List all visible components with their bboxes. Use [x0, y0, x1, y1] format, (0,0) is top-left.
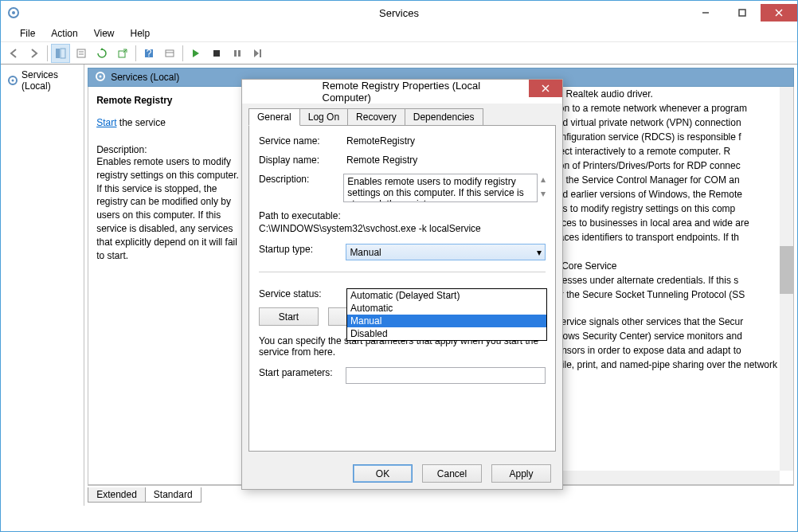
menu-file[interactable]: File [14, 26, 41, 41]
startup-type-label: Startup type: [259, 244, 346, 255]
vertical-scrollbar[interactable] [780, 87, 793, 471]
selected-service-name: Remote Registry [96, 95, 172, 106]
service-status-label: Service status: [259, 288, 346, 299]
service-name-value: RemoteRegistry [346, 135, 546, 147]
back-button[interactable] [4, 44, 23, 63]
tab-general[interactable]: General [248, 108, 300, 126]
services-icon [7, 6, 20, 19]
dialog-title-bar: Remote Registry Properties (Local Comput… [242, 80, 562, 104]
svg-rect-3 [739, 10, 745, 16]
scrollbar-thumb[interactable] [780, 246, 793, 294]
display-name-value: Remote Registry [346, 155, 546, 166]
dialog-body: Service name:RemoteRegistry Display name… [248, 125, 556, 452]
dialog-tabs: General Log On Recovery Dependencies [242, 104, 562, 126]
description-label: Description: [96, 144, 242, 155]
option-manual[interactable]: Manual [347, 315, 546, 327]
start-params-input[interactable] [346, 367, 546, 384]
tab-extended[interactable]: Extended [88, 487, 146, 503]
window-title: Services [379, 7, 419, 19]
play-button[interactable] [186, 44, 205, 63]
menu-bar: File Action View Help [1, 25, 797, 42]
svg-rect-8 [77, 49, 85, 57]
path-value: C:\WINDOWS\system32\svchost.exe -k local… [259, 223, 546, 234]
spinner-icon[interactable]: ▴▾ [541, 174, 546, 199]
option-delayed[interactable]: Automatic (Delayed Start) [347, 289, 546, 302]
svg-text:?: ? [147, 48, 152, 59]
svg-rect-14 [166, 50, 174, 57]
tb-button-extra[interactable] [160, 44, 179, 63]
dialog-close-button[interactable] [529, 80, 562, 97]
svg-rect-18 [238, 50, 241, 57]
svg-rect-19 [260, 49, 261, 57]
stop-button[interactable] [207, 44, 226, 63]
display-name-label: Display name: [259, 155, 346, 166]
option-disabled[interactable]: Disabled [347, 327, 546, 340]
description-field[interactable] [343, 174, 538, 202]
pane-title: Services (Local) [111, 72, 179, 83]
forward-button[interactable] [25, 44, 44, 63]
title-bar: Services [1, 1, 797, 25]
svg-point-21 [12, 80, 14, 82]
svg-point-23 [100, 75, 102, 77]
svg-rect-6 [56, 49, 60, 58]
startup-dropdown[interactable]: Automatic (Delayed Start) Automatic Manu… [346, 288, 547, 341]
menu-view[interactable]: View [88, 26, 121, 41]
svg-rect-16 [213, 50, 220, 57]
tree-services-local[interactable]: Services (Local) [4, 68, 80, 93]
ok-button[interactable]: OK [353, 464, 413, 483]
properties-dialog: Remote Registry Properties (Local Comput… [241, 79, 563, 490]
startup-type-combo[interactable]: Manual▾ [346, 244, 546, 260]
svg-rect-17 [234, 50, 237, 57]
chevron-down-icon: ▾ [537, 247, 542, 258]
tab-recovery[interactable]: Recovery [347, 108, 405, 126]
combo-value: Manual [350, 247, 381, 258]
close-button[interactable] [761, 4, 797, 22]
menu-action[interactable]: Action [45, 26, 84, 41]
menu-help[interactable]: Help [124, 26, 157, 41]
start-link[interactable]: Start [96, 117, 116, 128]
detail-pane: Remote Registry Start the service Descri… [88, 87, 251, 484]
description-text: Enables remote users to modify registry … [96, 155, 242, 262]
dialog-footer: OK Cancel Apply [242, 458, 562, 489]
tree-pane: Services (Local) [1, 65, 84, 506]
tab-logon[interactable]: Log On [299, 108, 348, 126]
gear-icon [95, 71, 106, 84]
option-automatic[interactable]: Automatic [347, 302, 546, 315]
export-button[interactable] [113, 44, 132, 63]
help-button[interactable]: ? [139, 44, 158, 63]
tree-label: Services (Local) [22, 69, 77, 92]
pause-button[interactable] [228, 44, 247, 63]
minimize-button[interactable] [687, 4, 724, 22]
show-hide-tree-button[interactable] [51, 44, 70, 63]
start-text: the service [116, 117, 165, 128]
properties-button[interactable] [72, 44, 91, 63]
tab-standard[interactable]: Standard [145, 487, 201, 503]
tab-dependencies[interactable]: Dependencies [405, 108, 483, 126]
svg-point-1 [12, 11, 15, 14]
toolbar: ? [1, 42, 797, 65]
service-name-label: Service name: [259, 135, 346, 147]
refresh-button[interactable] [92, 44, 111, 63]
maximize-button[interactable] [724, 4, 761, 22]
dialog-title: Remote Registry Properties (Local Comput… [323, 80, 483, 104]
restart-button[interactable] [248, 44, 268, 63]
apply-button[interactable]: Apply [491, 464, 551, 483]
start-params-label: Start parameters: [259, 367, 346, 378]
cancel-button[interactable]: Cancel [422, 464, 482, 483]
description-label: Description: [259, 174, 343, 185]
start-button[interactable]: Start [259, 307, 319, 326]
svg-rect-7 [61, 49, 65, 58]
path-label: Path to executable: [259, 210, 546, 221]
gear-icon [7, 75, 18, 86]
